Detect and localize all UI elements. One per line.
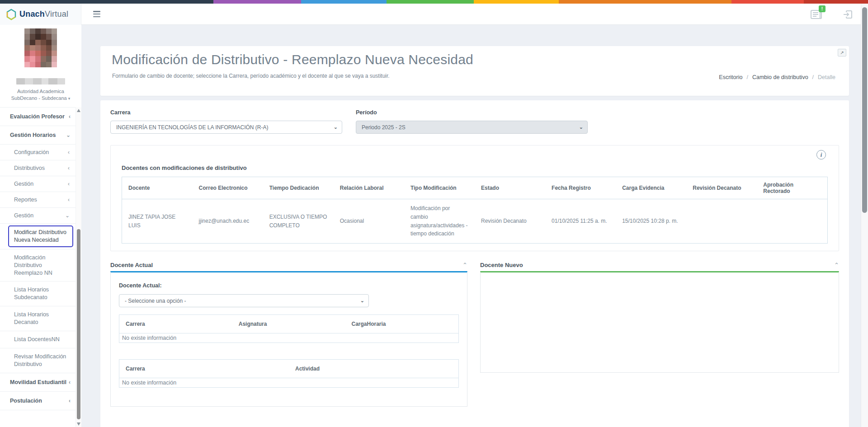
cell-revision-decanato: [686, 199, 757, 244]
form-card: Carrera INGENIERÍA EN TECNOLOGÍAS DE LA …: [100, 100, 849, 427]
sidebar-menu: Evaluación Profesor‹ Gestión Horarios⌄ C…: [0, 107, 76, 427]
breadcrumb-detalle: Detalle: [818, 74, 835, 80]
chevron-left-icon: ‹: [68, 197, 70, 203]
breadcrumb-cambio-distributivo[interactable]: Cambio de distributivo: [752, 74, 808, 80]
actividades-table: Carrera Actividad No existe información: [119, 359, 459, 388]
chevron-left-icon: ‹: [69, 113, 71, 120]
info-icon[interactable]: i: [816, 150, 826, 160]
chevron-left-icon: ‹: [68, 181, 70, 187]
collapse-chevron-up-icon[interactable]: ⌃: [462, 262, 467, 268]
sidebar-item-gestion-2[interactable]: Gestión⌄: [0, 208, 76, 224]
cell-fecha-registro: 01/10/2025 11:25 a. m.: [545, 199, 616, 244]
sidebar-item-postulacion[interactable]: Postulación‹: [0, 392, 76, 410]
docente-actual-label: Docente Actual:: [119, 282, 459, 289]
sidebar-item-lista-horarios-decanato[interactable]: Lista Horarios Decanato: [0, 306, 76, 331]
brand-text: UnachVirtual: [19, 9, 68, 19]
sidebar-scrollbar[interactable]: [75, 107, 81, 427]
docentes-table: Docente Correo Electronico Tiempo Dedica…: [122, 177, 828, 244]
chevron-left-icon: ‹: [68, 149, 70, 155]
breadcrumb-escritorio[interactable]: Escritorio: [719, 74, 742, 80]
sidebar-item-evaluacion-profesor[interactable]: Evaluación Profesor‹: [0, 108, 76, 126]
cell-correo: jjinez@unach.edu.ec: [193, 199, 263, 244]
caret-down-icon: ▾: [68, 96, 71, 101]
col-carga-evidencia: Carga Evidencia: [616, 177, 686, 199]
periodo-select[interactable]: Periodo 2025 - 2S ⌄: [356, 121, 588, 134]
collapse-card-button[interactable]: ↗: [838, 49, 846, 56]
page-scrollbar[interactable]: [861, 4, 868, 427]
docente-actual-select[interactable]: - Seleccione una opción - ⌄: [119, 294, 369, 307]
sidebar-item-configuracion[interactable]: Configuración‹: [0, 145, 76, 160]
col-actividad: Actividad: [289, 360, 458, 378]
sidebar-item-modificar-distributivo-nueva-necesidad[interactable]: Modificar Distributivo Nueva Necesidad: [8, 225, 73, 247]
table-row[interactable]: JINEZ TAPIA JOSE LUIS jjinez@unach.edu.e…: [122, 199, 828, 244]
col-fecha-registro: Fecha Registro: [545, 177, 616, 199]
scroll-down-arrow-icon[interactable]: [77, 422, 80, 426]
unach-hexagon-logo-icon: [6, 9, 17, 20]
main-content: Modificación de Distributivo - Reemplazo…: [81, 25, 861, 427]
cell-estado: Revisión Decanato: [475, 199, 545, 244]
sidebar-scrollbar-thumb[interactable]: [77, 229, 80, 419]
sidebar-item-distributivos[interactable]: Distributivos‹: [0, 160, 76, 176]
page-header-card: Modificación de Distributivo - Reemplazo…: [100, 46, 849, 96]
sidebar-item-gestion-horarios[interactable]: Gestión Horarios⌄: [0, 126, 76, 145]
notifications-button[interactable]: !: [809, 8, 824, 21]
col-correo: Correo Electronico: [193, 177, 263, 199]
carrera-label: Carrera: [110, 109, 342, 116]
periodo-label: Período: [356, 109, 588, 116]
redacted-user-name: [16, 78, 65, 84]
cell-tipo-modificacion: Modificación por cambio asignatura/activ…: [404, 199, 475, 244]
notification-badge: !: [819, 5, 826, 12]
page-title: Modificación de Distributivo - Reemplazo…: [112, 52, 473, 67]
col-relacion-laboral: Relación Laboral: [334, 177, 404, 199]
cell-docente: JINEZ TAPIA JOSE LUIS: [122, 199, 193, 244]
docentes-modificaciones-panel: i Docentes con modificaciones de distrib…: [110, 145, 839, 251]
docente-actual-section: Docente Actual ⌃ Docente Actual: - Selec…: [110, 258, 467, 407]
cell-relacion-laboral: Ocasional: [334, 199, 404, 244]
col-tipo-modificacion: Tipo Modificación: [404, 177, 475, 199]
sidebar-item-movilidad-estudiantil[interactable]: Movilidad Estudiantil‹: [0, 373, 76, 392]
docente-nuevo-heading: Docente Nuevo: [480, 262, 523, 268]
hamburger-menu-icon[interactable]: [93, 11, 100, 17]
sidebar-item-reportes[interactable]: Reportes‹: [0, 192, 76, 208]
col-estado: Estado: [475, 177, 545, 199]
chevron-left-icon: ‹: [69, 398, 71, 404]
empty-state-text: No existe información: [119, 333, 458, 343]
scroll-up-arrow-icon[interactable]: [77, 109, 80, 112]
page-subtitle: Formulario de cambio de docente; selecci…: [112, 73, 390, 79]
sidebar-item-revisar-modificacion-distributivo[interactable]: Revisar Modificación Distributivo: [0, 348, 76, 373]
select-arrow-icon: ⌄: [579, 124, 583, 130]
profile-role-dropdown[interactable]: SubDecano - Subdecana ▾: [0, 95, 81, 101]
cell-carga-evidencia: 15/10/2025 10:28 p. m.: [616, 199, 686, 244]
select-arrow-icon: ⌄: [360, 297, 364, 303]
cell-tiempo-dedicacion: EXCLUSIVA O TIEMPO COMPLETO: [263, 199, 334, 244]
chevron-left-icon: ‹: [69, 379, 71, 385]
arrow-ne-icon: ↗: [840, 50, 844, 55]
logout-icon[interactable]: [843, 10, 853, 19]
avatar: [24, 28, 57, 67]
col-docente: Docente: [122, 177, 193, 199]
page-scrollbar-thumb[interactable]: [862, 7, 867, 213]
chevron-left-icon: ‹: [68, 165, 70, 171]
docente-actual-heading: Docente Actual: [110, 262, 153, 268]
sidebar-item-gestion[interactable]: Gestión‹: [0, 176, 76, 192]
empty-state-text: No existe información: [119, 378, 458, 387]
chevron-down-icon: ⌄: [65, 212, 70, 219]
sidebar-item-modificacion-distributivo-reemplazo-nn[interactable]: Modificación Distributivo Reemplazo NN: [0, 249, 76, 282]
col-carrera: Carrera: [119, 315, 232, 333]
docente-nuevo-panel: [480, 271, 839, 373]
col-revision-decanato: Revisión Decanato: [686, 177, 757, 199]
navbar: UnachVirtual !: [0, 4, 868, 25]
profile-role-line1: Autoridad Academica: [0, 89, 81, 94]
col-carrera: Carrera: [119, 360, 289, 378]
carrera-select[interactable]: INGENIERÍA EN TECNOLOGÍAS DE LA INFORMAC…: [110, 121, 342, 134]
sidebar-item-lista-docentesnn[interactable]: Lista DocentesNN: [0, 331, 76, 348]
sidebar-item-lista-horarios-subdecanato[interactable]: Lista Horarios Subdecanato: [0, 282, 76, 306]
col-tiempo-dedicacion: Tiempo Dedicación: [263, 177, 334, 199]
brand[interactable]: UnachVirtual: [0, 4, 81, 25]
breadcrumb: Escritorio / Cambio de distributivo / De…: [719, 74, 835, 80]
docente-actual-panel: Docente Actual: - Seleccione una opción …: [110, 271, 467, 407]
sidebar: Autoridad Academica SubDecano - Subdecan…: [0, 25, 81, 427]
docente-nuevo-section: Docente Nuevo ⌃: [480, 258, 839, 407]
collapse-chevron-up-icon[interactable]: ⌃: [834, 262, 839, 268]
profile-section: Autoridad Academica SubDecano - Subdecan…: [0, 25, 81, 101]
